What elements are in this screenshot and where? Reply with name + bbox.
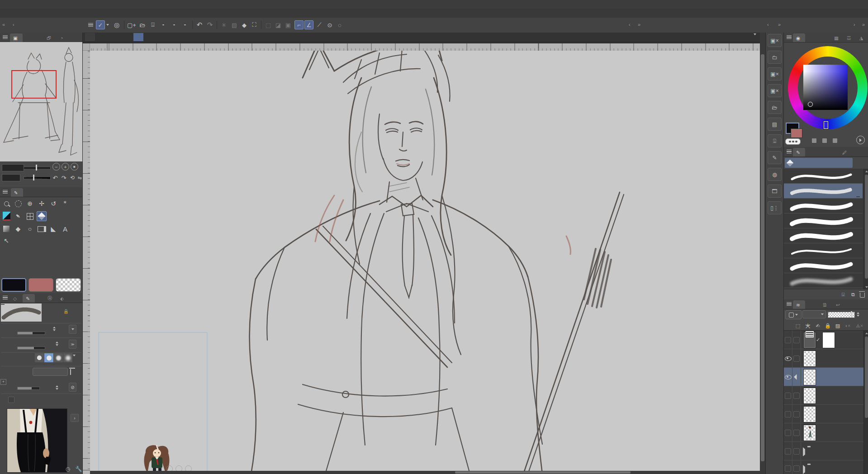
edit-off-box[interactable] xyxy=(793,393,800,399)
layer-palette-color-dropdown[interactable] xyxy=(785,310,802,319)
layer-scrollbar[interactable] xyxy=(863,331,868,474)
edit-off-box[interactable] xyxy=(793,337,800,343)
pasted-character-image[interactable] xyxy=(144,445,170,474)
canvas-vertical-scrollbar[interactable] xyxy=(760,33,765,474)
material-preview-photo[interactable] xyxy=(7,408,67,473)
subtool-item-rough[interactable] xyxy=(784,199,863,213)
main-menu-icon[interactable] xyxy=(86,20,95,29)
new-canvas-icon[interactable]: ▢+ xyxy=(127,20,136,29)
subtool-item-vector[interactable] xyxy=(784,213,863,228)
brush-lock-icon[interactable]: 🔒 xyxy=(62,307,71,316)
color-history-icon[interactable] xyxy=(856,136,865,144)
tab-color-slider[interactable]: ☲ xyxy=(844,33,854,42)
deselect-icon[interactable]: ▨ xyxy=(230,20,239,29)
navigator-zoom-input[interactable] xyxy=(2,164,24,171)
tab-sub-tool-2[interactable]: 🖉 xyxy=(839,148,850,156)
material-next-button[interactable]: › xyxy=(71,414,79,422)
doc-tab-escurol[interactable] xyxy=(85,33,95,41)
layer-row-layer-4-copy-2[interactable] xyxy=(784,386,863,405)
export-jpg-icon[interactable] xyxy=(159,20,168,29)
navigator-preview[interactable] xyxy=(0,42,82,161)
tool-line-correct[interactable]: ↖ xyxy=(1,236,11,246)
tool-switch-icon[interactable]: ✓ xyxy=(96,20,105,29)
edit-off-box[interactable] xyxy=(793,430,800,436)
subtool-duplicate-icon[interactable]: ⧉ xyxy=(849,290,857,299)
tab-sub-tool-detail[interactable]: Ⓡ xyxy=(44,294,56,303)
layer-row-hue-saturation[interactable]: ✓ xyxy=(784,331,863,349)
material-download-folder-icon[interactable]: ⍗ xyxy=(768,134,782,147)
tab-color-wheel[interactable]: ◉ xyxy=(793,33,805,42)
eye-off-box[interactable] xyxy=(785,465,791,472)
hue-cursor-icon[interactable] xyxy=(824,121,828,129)
symmetry-icon[interactable]: ⊙ xyxy=(325,20,334,29)
scroll-up-icon[interactable] xyxy=(864,331,868,335)
eye-icon[interactable] xyxy=(785,375,792,379)
material-folder-x-icon-1[interactable]: ▣× xyxy=(768,34,782,47)
ruler-range-icon[interactable]: ⟁× xyxy=(855,322,863,330)
tool-fill[interactable]: ◣ xyxy=(48,224,58,234)
tab-tool-property[interactable]: ✎ xyxy=(23,294,35,303)
subtool-item-hard[interactable] xyxy=(784,169,863,184)
layer-row-layer-4-copy-3-selected[interactable] xyxy=(784,368,863,386)
selection-launcher-icon-1[interactable]: ⬚ xyxy=(264,20,273,29)
eye-off-box[interactable] xyxy=(785,448,791,455)
subtool-item-multiple-layers[interactable] xyxy=(784,228,863,243)
collapse-left-dock-icon[interactable]: « xyxy=(2,22,5,27)
doc-tab-list-caret-icon[interactable] xyxy=(754,35,756,41)
commandbar-scroll-left-icon[interactable]: ‹ xyxy=(629,22,631,27)
aa-caret-icon[interactable] xyxy=(73,356,76,362)
opacity-value[interactable] xyxy=(54,341,58,346)
layer-opacity-value[interactable] xyxy=(855,311,859,317)
material-figure-folder-icon[interactable]: 🗔 xyxy=(768,185,782,198)
opacity-dynamics-button[interactable]: ≫ xyxy=(69,340,76,349)
subtool-delete-icon[interactable] xyxy=(859,292,865,298)
subtool-item-kneaded-eraser[interactable] xyxy=(784,184,863,199)
tab-brush-shape[interactable]: ⬖ xyxy=(57,294,67,303)
export-psd-icon[interactable] xyxy=(180,20,190,29)
layer-row-folder-3-copy[interactable] xyxy=(784,423,863,442)
tool-lasso[interactable]: ↺ xyxy=(48,199,58,209)
subtool-item-soft-eraser[interactable] xyxy=(784,273,863,288)
aa-strong-button[interactable] xyxy=(63,353,72,362)
right-strip-collapse-icon[interactable]: ‹ xyxy=(767,22,769,27)
right-dock-collapse-icon[interactable]: › xyxy=(854,22,855,27)
eye-off-box[interactable] xyxy=(785,430,791,436)
texture-density-slider[interactable] xyxy=(17,387,40,390)
background-color-chip[interactable] xyxy=(791,128,802,138)
texture-density-value[interactable] xyxy=(54,384,58,390)
tool-text[interactable]: A xyxy=(60,224,70,234)
tab-navigator[interactable]: ▣ xyxy=(10,33,23,42)
tab-layer-property[interactable]: 🖺 xyxy=(819,300,830,309)
blend-mode-dropdown[interactable] xyxy=(802,310,826,318)
texture-select-button[interactable] xyxy=(33,368,68,376)
clipping-icon[interactable]: ⬚ xyxy=(794,322,802,330)
tool-move[interactable]: ✢ xyxy=(37,199,47,209)
subtool-menu-icon[interactable] xyxy=(787,150,792,153)
right-strip-expand-icon[interactable]: » xyxy=(778,22,781,27)
navigator-rotation-slider[interactable] xyxy=(24,176,51,180)
clip-studio-logo-icon[interactable]: ◎ xyxy=(112,20,121,29)
lock-alpha-icon[interactable]: ▨ xyxy=(834,322,842,330)
save-icon[interactable]: ⍗ xyxy=(148,20,157,29)
aa-weak-button-selected[interactable] xyxy=(44,353,53,362)
rotate-cw-icon[interactable]: ↷ xyxy=(60,173,67,182)
layer-thumb[interactable] xyxy=(804,370,816,385)
eye-off-box[interactable] xyxy=(785,393,791,399)
edit-off-box[interactable] xyxy=(793,356,800,362)
erase-all-layers-checkbox[interactable] xyxy=(8,397,14,403)
doc-tab-rudolfsuit-active[interactable] xyxy=(133,33,143,41)
color-menu-icon[interactable] xyxy=(787,35,792,39)
mask-enable-icon[interactable]: ◖× xyxy=(844,322,852,330)
eye-off-box[interactable] xyxy=(785,411,791,417)
adjustment-thumb[interactable] xyxy=(804,332,816,348)
tool-blend[interactable]: ◆ xyxy=(13,224,23,234)
layer-row-layer-21[interactable] xyxy=(784,349,863,368)
reset-rotation-icon[interactable]: ⟲ xyxy=(69,173,76,182)
transparent-color-swatch[interactable] xyxy=(56,278,81,292)
subtool-item-snap-eraser[interactable] xyxy=(784,243,863,258)
tool-menu-icon[interactable] xyxy=(3,190,8,194)
lock-layer-icon[interactable]: 🔒 xyxy=(824,322,832,330)
layer-scroll-thumb[interactable] xyxy=(865,337,868,418)
tool-marker[interactable] xyxy=(1,211,11,221)
selection-launcher-icon-2[interactable]: ◪ xyxy=(274,20,283,29)
